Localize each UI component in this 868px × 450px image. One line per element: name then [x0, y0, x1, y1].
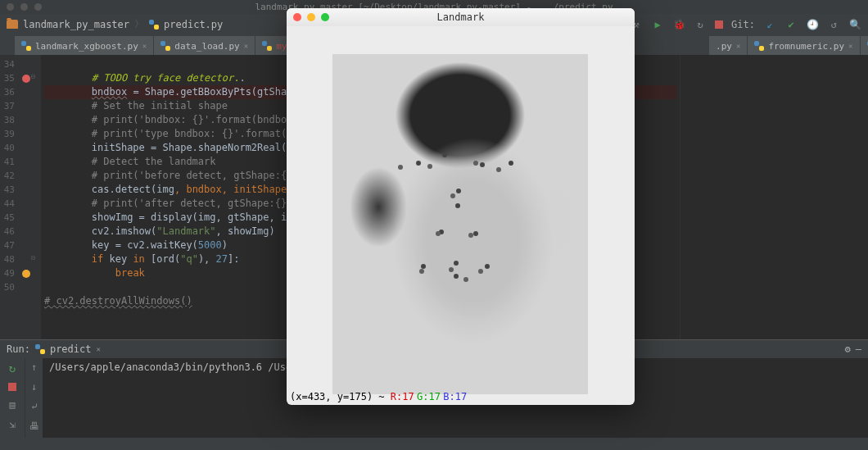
code-line: break [115, 267, 145, 279]
breakpoint-icon[interactable] [22, 75, 30, 83]
code-token: [ord( [145, 253, 180, 265]
fold-icon[interactable]: ⊟ [31, 73, 35, 80]
tab-label: .py [716, 41, 732, 52]
toolbar-right: ⚒ ▶ 🐞 ↻ Git: ↙ ✔ 🕘 ↺ 🔍 [630, 18, 861, 31]
landmark-dot-red [463, 277, 468, 282]
tab-label: landmark_xgboost.py [35, 41, 138, 52]
wrap-icon[interactable]: ⤶ [30, 401, 38, 412]
python-icon [21, 41, 31, 51]
folder-icon [7, 20, 18, 29]
lightbulb-icon[interactable] [22, 270, 30, 278]
float-traffic-lights [293, 13, 329, 21]
git-commit-icon[interactable]: ✔ [784, 18, 798, 31]
status-b: B:17 [443, 391, 467, 402]
breadcrumb[interactable]: landmark_py_master 〉 predict.py [7, 17, 223, 31]
code-token: ), [198, 253, 216, 265]
landmark-dot-red [473, 161, 478, 166]
tab-fromnumeric[interactable]: fromnumeric.py✕ [748, 36, 859, 55]
landmark-dot-blue [416, 161, 421, 166]
code-token: key [103, 253, 133, 265]
down-icon[interactable]: ↓ [31, 381, 37, 393]
landmark-window[interactable]: Landmark (x=433, y=175) ~ R:17 G:17 B:17 [287, 8, 635, 405]
float-titlebar[interactable]: Landmark [287, 8, 635, 26]
landmark-image [332, 54, 588, 394]
rerun-icon[interactable]: ↻ [9, 361, 16, 375]
line-gutter: 3435363738394041424344454647484950 [0, 55, 16, 339]
code-token: in [133, 253, 144, 265]
close-icon[interactable]: ✕ [142, 42, 147, 50]
run-button[interactable]: ▶ [651, 18, 664, 31]
code-line: # TODO try face detector. [92, 72, 240, 84]
code-line: # Detect the landmark [92, 156, 216, 167]
code-line: # print('bndbox: {}'.format(bndbox)) [92, 114, 305, 125]
landmark-dot-blue [455, 203, 460, 208]
landmark-dot-blue [442, 152, 447, 157]
search-icon[interactable]: 🔍 [848, 18, 861, 31]
tab-landmark-xgboost[interactable]: landmark_xgboost.py✕ [15, 36, 153, 55]
close-icon[interactable]: ✕ [848, 42, 852, 50]
landmark-dot-blue [454, 261, 459, 266]
stop-button[interactable] [715, 20, 723, 29]
landmark-dot-red [478, 269, 483, 274]
print-icon[interactable]: 🖶 [29, 420, 39, 432]
float-title: Landmark [437, 11, 485, 23]
pixel-status: (x=433, y=175) ~ R:17 G:17 B:17 [290, 391, 467, 402]
code-token: , bndbox [174, 184, 222, 195]
debug-button[interactable]: 🐞 [672, 18, 685, 31]
code-line: # cv2.destroyAllWindows() [44, 295, 192, 307]
landmark-dot-red [468, 233, 473, 238]
run-config-name[interactable]: predict [50, 343, 92, 355]
git-history-icon[interactable]: 🕘 [806, 18, 819, 31]
code-token: 27 [216, 253, 228, 265]
close-icon[interactable]: ✕ [736, 42, 740, 50]
code-token: ]: [228, 253, 239, 265]
landmark-dot-red [419, 269, 424, 274]
export-icon[interactable]: ⇲ [9, 419, 15, 430]
breadcrumb-file: predict.py [164, 19, 223, 30]
code-token: ) [222, 239, 228, 251]
code-token: if [92, 253, 103, 265]
minimize-icon[interactable] [307, 13, 315, 21]
status-xy: (x=433, y=175) ~ [290, 391, 391, 402]
code-token: bndbox [92, 86, 127, 98]
fold-icon[interactable]: ⊟ [31, 254, 35, 261]
code-token: , showImg) [216, 225, 275, 237]
status-r: R:17 [391, 391, 414, 402]
landmark-dot-red [436, 231, 441, 236]
gutter-icons: ⊟ ⊟ [16, 55, 41, 339]
run-side-toolbar-2: ↑ ↓ ⤶ 🖶 [25, 358, 43, 439]
stop-icon[interactable] [8, 383, 16, 391]
git-revert-icon[interactable]: ↺ [827, 18, 840, 31]
close-icon[interactable]: ✕ [244, 42, 248, 50]
code-token: "q" [180, 253, 198, 265]
landmark-dot-red [449, 267, 454, 272]
close-icon[interactable]: ✕ [96, 345, 100, 353]
code-token: = Shape.getBBoxByPts(gtShape) [127, 86, 305, 98]
console-line: /Users/apple/anaconda3/bin/python3.6 /Us… [49, 361, 321, 373]
landmark-dot-red [427, 164, 432, 169]
run-label: Run: [7, 343, 30, 355]
landmark-dot-blue [473, 231, 478, 236]
status-bar [0, 438, 868, 450]
code-token: cv2.imshow( [92, 225, 156, 237]
layout-icon[interactable]: ▤ [9, 399, 15, 411]
landmark-dot-blue [454, 274, 459, 279]
python-icon [149, 20, 159, 30]
tab-hidden-py[interactable]: .py✕ [709, 36, 747, 55]
tab-lbfregressor[interactable]: lbfRegressor✕ [861, 36, 868, 55]
minimize-icon[interactable]: — [856, 343, 861, 355]
landmark-dot-blue [509, 161, 513, 166]
close-icon[interactable] [293, 13, 301, 21]
python-icon [160, 41, 170, 51]
tab-data-load[interactable]: data_load.py✕ [154, 36, 255, 55]
code-token: cas.detect(img [92, 184, 174, 195]
python-icon [754, 41, 764, 51]
zoom-icon[interactable] [321, 13, 329, 21]
rerun-icon[interactable]: ↻ [694, 18, 707, 31]
landmark-dot-blue [456, 189, 461, 193]
code-token: "Landmark" [156, 225, 215, 237]
git-update-icon[interactable]: ↙ [763, 18, 776, 31]
editor-minimap[interactable] [680, 55, 868, 339]
up-icon[interactable]: ↑ [31, 361, 37, 373]
gear-icon[interactable]: ⚙ [845, 343, 851, 355]
